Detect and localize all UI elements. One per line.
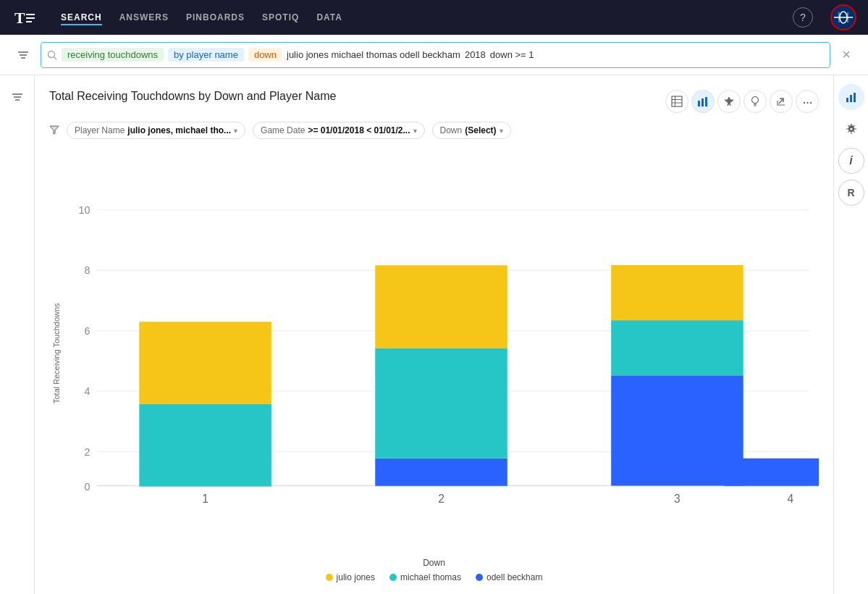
legend-dot-julio	[326, 574, 333, 581]
token-receiving-touchdowns[interactable]: receiving touchdowns	[62, 48, 164, 62]
player-name-filter[interactable]: Player Name julio jones, michael tho... …	[67, 122, 245, 139]
token-players: julio jones michael thomas odell beckham	[287, 49, 460, 60]
svg-text:0: 0	[85, 481, 90, 493]
legend-dot-michael	[389, 574, 397, 581]
right-settings-icon[interactable]	[838, 116, 864, 142]
player-name-filter-chevron: ▾	[234, 127, 237, 135]
search-bar: receiving touchdowns by player name down…	[0, 35, 868, 75]
bar-d2-odell	[375, 459, 507, 486]
search-input-container[interactable]: receiving touchdowns by player name down…	[41, 42, 830, 68]
down-filter-value: (Select)	[465, 125, 496, 135]
pin-button[interactable]	[717, 90, 741, 113]
svg-line-29	[779, 99, 783, 104]
x-axis-label: Down	[49, 558, 819, 568]
svg-rect-23	[701, 99, 704, 106]
svg-text:4: 4	[85, 385, 90, 397]
bar-d1-michael	[139, 404, 271, 487]
filter-icon	[17, 49, 30, 62]
svg-text:3: 3	[674, 493, 681, 505]
down-filter-label: Down	[440, 125, 463, 135]
pin-icon	[724, 96, 734, 106]
legend-item-michael: michael thomas	[389, 572, 461, 582]
bar-d4-odell	[725, 459, 819, 486]
legend-label-michael: michael thomas	[400, 572, 461, 582]
svg-text:10: 10	[79, 204, 90, 216]
token-down[interactable]: down	[248, 48, 282, 62]
bar-d1-julio	[139, 322, 271, 404]
svg-point-13	[49, 51, 55, 57]
svg-rect-46	[846, 98, 848, 102]
bar-d2-julio	[375, 265, 507, 348]
down-filter-chevron: ▾	[500, 127, 503, 135]
nav-item-pinboards[interactable]: PINBOARDS	[186, 9, 245, 25]
bar-chart-svg: 10 8 6 4 2 0	[64, 151, 819, 556]
share-button[interactable]	[770, 90, 793, 113]
nav-item-data[interactable]: DATA	[316, 9, 342, 25]
right-r-icon[interactable]: R	[838, 180, 864, 206]
chart-title: Total Receiving Touchdowns by Down and P…	[49, 90, 336, 103]
left-sidebar	[0, 75, 35, 594]
bar-d3-julio	[611, 265, 743, 320]
filter-funnel-icon	[49, 125, 59, 137]
svg-text:1: 1	[202, 493, 208, 505]
svg-text:2: 2	[85, 446, 90, 458]
nfl-logo[interactable]	[830, 4, 856, 30]
game-date-filter-chevron: ▾	[413, 127, 417, 135]
bar-d3-michael	[611, 320, 743, 375]
bar-d3-odell	[611, 375, 743, 485]
search-clear-button[interactable]: ×	[836, 45, 856, 65]
filter-toggle-button[interactable]	[12, 43, 35, 67]
token-by-player-name[interactable]: by player name	[168, 48, 244, 62]
chart-legend: julio jones michael thomas odell beckham	[49, 572, 819, 582]
svg-text:T: T	[14, 9, 25, 27]
right-sidebar: i R	[833, 75, 868, 594]
svg-text:6: 6	[85, 325, 90, 337]
svg-text:4: 4	[788, 493, 794, 505]
right-info-icon[interactable]: i	[838, 148, 864, 174]
legend-item-odell: odell beckham	[476, 572, 542, 582]
right-chart-icon[interactable]	[838, 84, 864, 110]
chart-header: Total Receiving Touchdowns by Down and P…	[49, 90, 819, 113]
svg-rect-48	[854, 93, 856, 102]
info-symbol: i	[849, 154, 852, 167]
chart-view-button[interactable]	[691, 90, 715, 113]
nfl-logo-icon	[833, 7, 854, 28]
player-name-filter-value: julio jones, michael tho...	[127, 125, 231, 135]
game-date-filter-label: Game Date	[261, 125, 305, 135]
svg-text:2: 2	[438, 493, 444, 505]
y-axis-label: Total Receiving Touchdowns	[49, 151, 64, 556]
share-icon	[776, 96, 786, 106]
insight-button[interactable]	[743, 90, 767, 113]
nav-item-answers[interactable]: ANSWERS	[119, 9, 169, 25]
svg-text:8: 8	[85, 264, 90, 276]
svg-rect-24	[705, 97, 707, 106]
bar-chart-sidebar-icon	[845, 91, 858, 104]
nav-item-search[interactable]: SEARCH	[61, 9, 102, 25]
legend-label-odell: odell beckham	[486, 572, 542, 582]
legend-dot-odell	[476, 574, 483, 581]
nav-item-spotiq[interactable]: SPOTIQ	[262, 9, 299, 25]
chart-actions: ···	[665, 90, 819, 113]
chart-svg-wrapper: Total Receiving Touchdowns 10 8 6 4 2 0	[49, 151, 819, 556]
token-year: 2018	[465, 49, 486, 60]
filters-row: Player Name julio jones, michael tho... …	[49, 122, 819, 139]
gear-icon	[845, 122, 858, 135]
more-options-button[interactable]: ···	[796, 90, 819, 113]
logo[interactable]: T	[12, 4, 38, 30]
svg-point-25	[752, 97, 759, 104]
table-icon	[671, 96, 683, 107]
top-nav: T SEARCH ANSWERS PINBOARDS SPOTIQ DATA ?	[0, 0, 868, 35]
down-filter[interactable]: Down (Select) ▾	[432, 122, 511, 139]
game-date-filter[interactable]: Game Date >= 01/01/2018 < 01/01/2... ▾	[253, 122, 424, 139]
sidebar-filter-icon[interactable]	[4, 84, 30, 110]
chart-area: Total Receiving Touchdowns by Down and P…	[35, 75, 833, 594]
svg-rect-47	[850, 95, 852, 102]
bar-chart-icon	[697, 96, 709, 107]
game-date-filter-value: >= 01/01/2018 < 01/01/2...	[308, 125, 410, 135]
help-button[interactable]: ?	[793, 7, 813, 28]
chart-container: Total Receiving Touchdowns 10 8 6 4 2 0	[49, 151, 819, 594]
main-content: Total Receiving Touchdowns by Down and P…	[0, 75, 868, 594]
lightbulb-icon	[749, 96, 761, 107]
logo-icon: T	[12, 4, 38, 30]
table-view-button[interactable]	[665, 90, 688, 113]
